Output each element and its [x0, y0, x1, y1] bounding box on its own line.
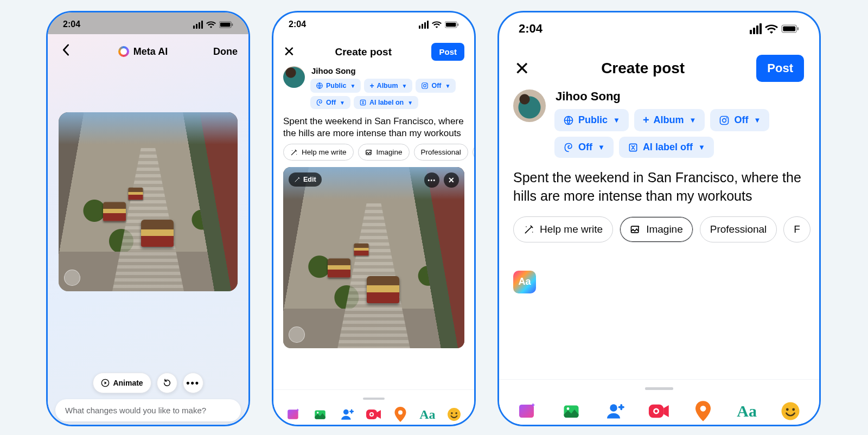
svg-point-24	[451, 412, 452, 414]
post-text[interactable]: Spent the weekend in San Francisco, wher…	[499, 158, 819, 212]
background-style-button[interactable]: Aa	[513, 271, 536, 293]
post-button[interactable]: Post	[431, 43, 464, 61]
animate-button[interactable]: Animate	[93, 373, 151, 393]
status-time: 2:04	[63, 20, 80, 29]
svg-point-31	[723, 118, 726, 122]
live-video-icon[interactable]	[648, 400, 671, 423]
instagram-icon	[719, 115, 730, 126]
ellipsis-icon: •••	[427, 177, 436, 183]
avatar[interactable]	[513, 89, 546, 122]
ai-label-chip[interactable]: AI label off▼	[619, 137, 714, 158]
location-icon[interactable]	[692, 400, 714, 423]
more-suggest-button[interactable]: F	[473, 144, 474, 161]
signal-icon	[419, 21, 429, 29]
album-chip[interactable]: + Album▼	[634, 109, 705, 131]
svg-point-23	[448, 408, 461, 421]
wifi-icon	[206, 21, 216, 28]
status-bar: 2:04	[273, 12, 474, 34]
location-icon[interactable]	[392, 406, 409, 423]
feeling-icon[interactable]	[446, 406, 462, 423]
status-icons	[193, 21, 233, 29]
reload-button[interactable]	[157, 373, 177, 393]
more-suggest-button[interactable]: F	[783, 216, 810, 242]
post-button[interactable]: Post	[756, 55, 804, 82]
ai-label-chip[interactable]: AI label on▼	[354, 96, 418, 109]
done-button[interactable]: Done	[213, 46, 238, 57]
username-label: Jihoo Song	[311, 66, 464, 75]
svg-rect-27	[783, 26, 795, 31]
threads-chip[interactable]: Off▼	[310, 96, 350, 109]
svg-point-21	[371, 413, 373, 415]
svg-point-12	[292, 150, 292, 151]
wifi-icon	[765, 24, 778, 34]
gallery-icon[interactable]	[312, 406, 328, 423]
svg-point-34	[526, 226, 527, 227]
tag-people-icon[interactable]	[604, 400, 627, 423]
ai-image-icon[interactable]	[285, 406, 302, 423]
text-style-icon[interactable]: Aa	[419, 406, 436, 423]
battery-icon	[781, 24, 800, 33]
audience-chip[interactable]: Public▼	[310, 79, 361, 93]
avatar[interactable]	[283, 66, 305, 88]
ai-image-icon[interactable]	[516, 400, 539, 423]
remove-image-button[interactable]: ✕	[444, 172, 459, 188]
threads-chip[interactable]: Off▼	[554, 137, 614, 158]
image-sparkle-icon	[365, 149, 373, 156]
imagine-button[interactable]: Imagine	[620, 216, 693, 242]
tool-tray: Aa	[499, 379, 819, 425]
svg-point-39	[567, 407, 570, 410]
status-bar: 2:04	[499, 12, 819, 40]
tag-people-icon[interactable]	[339, 406, 355, 423]
live-video-icon[interactable]	[366, 406, 382, 423]
professional-button[interactable]: Professional	[414, 144, 468, 161]
instagram-chip[interactable]: Off▼	[710, 109, 769, 131]
svg-point-9	[424, 85, 426, 87]
imagine-button[interactable]: Imagine	[358, 144, 410, 161]
svg-point-35	[532, 232, 533, 233]
more-button[interactable]: •••	[183, 373, 203, 393]
generated-image[interactable]	[59, 112, 238, 291]
status-time: 2:04	[289, 20, 306, 29]
audience-chip[interactable]: Public▼	[554, 109, 629, 131]
wand-icon	[290, 149, 298, 156]
album-chip[interactable]: + Album▼	[364, 79, 412, 93]
threads-icon	[563, 142, 574, 153]
help-me-write-button[interactable]: Help me write	[283, 144, 354, 161]
professional-button[interactable]: Professional	[700, 216, 777, 242]
help-me-write-button[interactable]: Help me write	[513, 216, 613, 242]
svg-rect-6	[457, 23, 458, 26]
instagram-chip[interactable]: Off▼	[416, 79, 456, 93]
edit-image-button[interactable]: Edit	[289, 172, 322, 187]
prompt-input[interactable]: What changes would you like to make?	[55, 399, 241, 421]
close-icon: ✕	[448, 176, 455, 184]
tool-tray: Aa	[273, 389, 474, 425]
close-button[interactable]: ✕	[514, 57, 529, 79]
svg-point-46	[786, 408, 789, 411]
svg-point-17	[317, 412, 318, 413]
feeling-icon[interactable]	[779, 400, 802, 423]
svg-rect-5	[446, 22, 456, 26]
image-sparkle-icon	[630, 224, 641, 235]
username-label: Jihoo Song	[556, 89, 805, 104]
tray-handle[interactable]	[363, 398, 385, 400]
signal-icon	[750, 23, 762, 34]
attached-image[interactable]: Edit ••• ✕	[283, 167, 464, 348]
post-text[interactable]: Spent the weekend in San Francisco, wher…	[273, 109, 474, 144]
gallery-icon[interactable]	[560, 400, 583, 423]
wand-icon	[294, 176, 301, 183]
ai-label-icon	[359, 99, 367, 106]
page-title: Create post	[601, 60, 685, 77]
status-icons	[750, 23, 800, 34]
instagram-icon	[421, 82, 429, 89]
close-button[interactable]: ✕	[283, 43, 295, 60]
phone-create-post-image: 2:04 ✕ Create post Post Jihoo Song Publi…	[272, 11, 476, 426]
text-style-icon[interactable]: Aa	[736, 400, 758, 423]
ai-label-icon	[628, 142, 639, 153]
svg-point-32	[726, 117, 727, 118]
image-options-button[interactable]: •••	[424, 172, 439, 188]
back-button[interactable]	[59, 44, 73, 59]
tray-handle[interactable]	[645, 387, 673, 390]
svg-rect-37	[519, 405, 534, 418]
battery-icon	[445, 21, 459, 28]
svg-point-45	[782, 402, 800, 420]
